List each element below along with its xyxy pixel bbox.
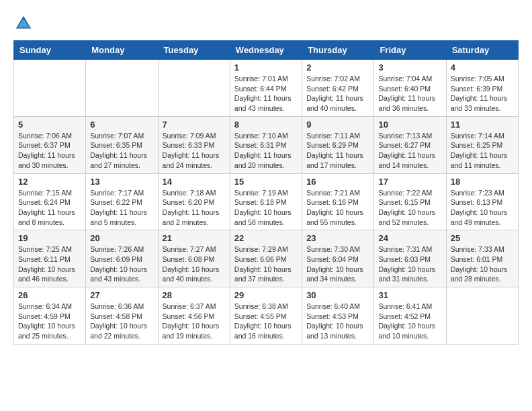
day-number: 19 (18, 233, 81, 243)
day-number: 31 (378, 290, 441, 300)
calendar-cell: 17Sunrise: 7:22 AM Sunset: 6:15 PM Dayli… (374, 173, 446, 230)
calendar-cell (158, 60, 230, 117)
calendar-cell: 6Sunrise: 7:07 AM Sunset: 6:35 PM Daylig… (86, 116, 158, 173)
day-info: Sunrise: 7:31 AM Sunset: 6:03 PM Dayligh… (378, 244, 441, 284)
day-number: 7 (163, 120, 226, 130)
calendar-cell: 15Sunrise: 7:19 AM Sunset: 6:18 PM Dayli… (230, 173, 302, 230)
day-number: 1 (234, 62, 298, 73)
day-number: 24 (378, 233, 441, 243)
calendar-cell: 27Sunrise: 6:36 AM Sunset: 4:58 PM Dayli… (86, 287, 158, 345)
day-info: Sunrise: 7:25 AM Sunset: 6:11 PM Dayligh… (18, 244, 81, 284)
calendar-cell: 4Sunrise: 7:05 AM Sunset: 6:39 PM Daylig… (446, 60, 518, 117)
calendar-week-row: 1Sunrise: 7:01 AM Sunset: 6:44 PM Daylig… (14, 60, 519, 117)
calendar-cell: 10Sunrise: 7:13 AM Sunset: 6:27 PM Dayli… (374, 116, 446, 173)
day-info: Sunrise: 7:02 AM Sunset: 6:42 PM Dayligh… (306, 74, 369, 113)
day-info: Sunrise: 7:21 AM Sunset: 6:16 PM Dayligh… (306, 188, 369, 228)
day-number: 11 (451, 120, 514, 130)
calendar-header-row: SundayMondayTuesdayWednesdayThursdayFrid… (14, 41, 519, 60)
day-info: Sunrise: 7:04 AM Sunset: 6:40 PM Dayligh… (378, 74, 441, 113)
day-of-week-header: Sunday (14, 41, 86, 60)
day-number: 21 (163, 233, 226, 243)
day-info: Sunrise: 7:01 AM Sunset: 6:44 PM Dayligh… (234, 74, 298, 113)
day-number: 8 (234, 120, 298, 130)
day-number: 13 (90, 177, 153, 187)
day-info: Sunrise: 7:26 AM Sunset: 6:09 PM Dayligh… (90, 244, 153, 284)
day-info: Sunrise: 7:30 AM Sunset: 6:04 PM Dayligh… (306, 244, 369, 284)
day-info: Sunrise: 7:05 AM Sunset: 6:39 PM Dayligh… (451, 74, 514, 113)
day-info: Sunrise: 6:41 AM Sunset: 4:52 PM Dayligh… (378, 302, 441, 341)
calendar-cell: 1Sunrise: 7:01 AM Sunset: 6:44 PM Daylig… (230, 60, 302, 117)
day-number: 29 (234, 290, 298, 300)
calendar-week-row: 26Sunrise: 6:34 AM Sunset: 4:59 PM Dayli… (14, 287, 519, 345)
day-info: Sunrise: 7:18 AM Sunset: 6:20 PM Dayligh… (163, 188, 226, 228)
calendar-cell: 28Sunrise: 6:37 AM Sunset: 4:56 PM Dayli… (158, 287, 230, 345)
day-number: 15 (234, 177, 298, 187)
calendar-table: SundayMondayTuesdayWednesdayThursdayFrid… (13, 40, 519, 345)
day-number: 9 (306, 120, 369, 130)
day-number: 14 (163, 177, 226, 187)
calendar-cell: 31Sunrise: 6:41 AM Sunset: 4:52 PM Dayli… (374, 287, 446, 345)
day-info: Sunrise: 7:09 AM Sunset: 6:33 PM Dayligh… (163, 131, 226, 171)
calendar-cell (14, 60, 86, 117)
day-number: 10 (378, 120, 441, 130)
calendar-cell: 7Sunrise: 7:09 AM Sunset: 6:33 PM Daylig… (158, 116, 230, 173)
day-number: 22 (234, 233, 298, 243)
day-number: 30 (306, 290, 369, 300)
logo (13, 13, 36, 34)
day-number: 18 (451, 177, 514, 187)
day-number: 25 (451, 233, 514, 243)
day-number: 12 (18, 177, 81, 187)
day-info: Sunrise: 7:14 AM Sunset: 6:25 PM Dayligh… (451, 131, 514, 171)
day-info: Sunrise: 7:06 AM Sunset: 6:37 PM Dayligh… (18, 131, 81, 171)
calendar-cell: 26Sunrise: 6:34 AM Sunset: 4:59 PM Dayli… (14, 287, 86, 345)
day-of-week-header: Friday (374, 41, 446, 60)
day-number: 23 (306, 233, 369, 243)
day-of-week-header: Saturday (446, 41, 518, 60)
calendar-cell: 23Sunrise: 7:30 AM Sunset: 6:04 PM Dayli… (302, 230, 374, 287)
day-info: Sunrise: 7:10 AM Sunset: 6:31 PM Dayligh… (234, 131, 298, 171)
day-info: Sunrise: 7:33 AM Sunset: 6:01 PM Dayligh… (451, 244, 514, 284)
calendar-cell: 2Sunrise: 7:02 AM Sunset: 6:42 PM Daylig… (302, 60, 374, 117)
day-info: Sunrise: 6:34 AM Sunset: 4:59 PM Dayligh… (18, 302, 81, 341)
day-info: Sunrise: 6:40 AM Sunset: 4:53 PM Dayligh… (306, 302, 369, 341)
day-of-week-header: Monday (86, 41, 158, 60)
day-info: Sunrise: 6:36 AM Sunset: 4:58 PM Dayligh… (90, 302, 153, 341)
calendar-cell: 13Sunrise: 7:17 AM Sunset: 6:22 PM Dayli… (86, 173, 158, 230)
calendar-cell (86, 60, 158, 117)
day-info: Sunrise: 6:38 AM Sunset: 4:55 PM Dayligh… (234, 302, 298, 341)
calendar-cell: 3Sunrise: 7:04 AM Sunset: 6:40 PM Daylig… (374, 60, 446, 117)
calendar-cell: 22Sunrise: 7:29 AM Sunset: 6:06 PM Dayli… (230, 230, 302, 287)
day-info: Sunrise: 7:19 AM Sunset: 6:18 PM Dayligh… (234, 188, 298, 228)
day-number: 17 (378, 177, 441, 187)
calendar-cell: 24Sunrise: 7:31 AM Sunset: 6:03 PM Dayli… (374, 230, 446, 287)
day-info: Sunrise: 7:23 AM Sunset: 6:13 PM Dayligh… (451, 188, 514, 228)
calendar-cell: 5Sunrise: 7:06 AM Sunset: 6:37 PM Daylig… (14, 116, 86, 173)
day-number: 5 (18, 120, 81, 130)
calendar-cell: 25Sunrise: 7:33 AM Sunset: 6:01 PM Dayli… (446, 230, 518, 287)
calendar-cell: 11Sunrise: 7:14 AM Sunset: 6:25 PM Dayli… (446, 116, 518, 173)
day-number: 4 (451, 62, 514, 73)
calendar-week-row: 12Sunrise: 7:15 AM Sunset: 6:24 PM Dayli… (14, 173, 519, 230)
day-of-week-header: Tuesday (158, 41, 230, 60)
calendar-cell: 14Sunrise: 7:18 AM Sunset: 6:20 PM Dayli… (158, 173, 230, 230)
day-info: Sunrise: 7:17 AM Sunset: 6:22 PM Dayligh… (90, 188, 153, 228)
logo-icon (13, 13, 34, 34)
calendar-cell: 12Sunrise: 7:15 AM Sunset: 6:24 PM Dayli… (14, 173, 86, 230)
day-of-week-header: Wednesday (230, 41, 302, 60)
day-info: Sunrise: 7:13 AM Sunset: 6:27 PM Dayligh… (378, 131, 441, 171)
calendar-cell: 18Sunrise: 7:23 AM Sunset: 6:13 PM Dayli… (446, 173, 518, 230)
day-info: Sunrise: 7:15 AM Sunset: 6:24 PM Dayligh… (18, 188, 81, 228)
page-header (13, 13, 519, 34)
calendar-cell (446, 287, 518, 345)
day-info: Sunrise: 7:07 AM Sunset: 6:35 PM Dayligh… (90, 131, 153, 171)
calendar-cell: 21Sunrise: 7:27 AM Sunset: 6:08 PM Dayli… (158, 230, 230, 287)
calendar-week-row: 19Sunrise: 7:25 AM Sunset: 6:11 PM Dayli… (14, 230, 519, 287)
calendar-cell: 16Sunrise: 7:21 AM Sunset: 6:16 PM Dayli… (302, 173, 374, 230)
day-of-week-header: Thursday (302, 41, 374, 60)
day-number: 6 (90, 120, 153, 130)
day-info: Sunrise: 7:11 AM Sunset: 6:29 PM Dayligh… (306, 131, 369, 171)
calendar-cell: 30Sunrise: 6:40 AM Sunset: 4:53 PM Dayli… (302, 287, 374, 345)
calendar-cell: 19Sunrise: 7:25 AM Sunset: 6:11 PM Dayli… (14, 230, 86, 287)
day-number: 27 (90, 290, 153, 300)
day-number: 20 (90, 233, 153, 243)
